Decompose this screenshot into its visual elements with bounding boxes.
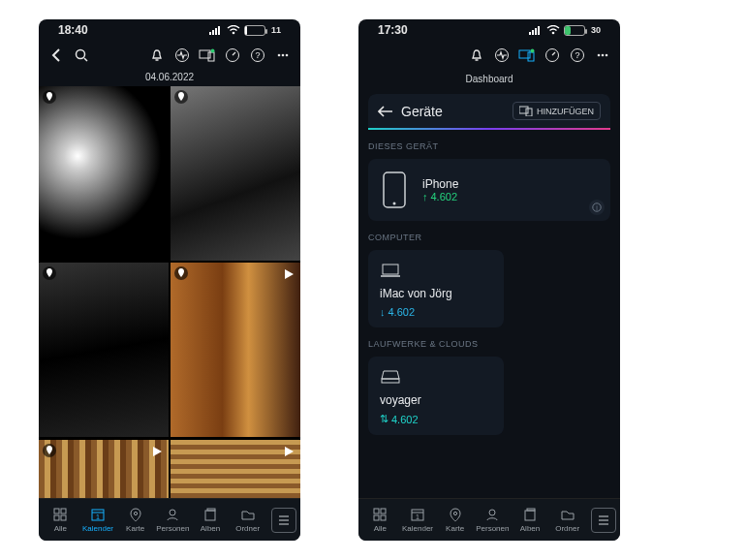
device-card-imac[interactable]: iMac von Jörg ↓4.602: [368, 250, 504, 327]
svg-point-17: [282, 54, 285, 57]
svg-rect-20: [61, 509, 66, 513]
help-icon[interactable]: ?: [248, 46, 267, 65]
svg-rect-51: [526, 109, 532, 116]
activity-icon[interactable]: [492, 46, 512, 65]
photo-thumb[interactable]: [39, 440, 169, 498]
tab-kalender[interactable]: 1Kalender: [400, 507, 436, 533]
svg-rect-29: [207, 509, 215, 511]
svg-line-6: [84, 58, 87, 61]
list-toggle-button[interactable]: [271, 508, 296, 533]
tab-label: Kalender: [82, 524, 113, 533]
tab-label: Karte: [126, 524, 144, 533]
tab-karte[interactable]: Karte: [117, 507, 153, 533]
phone-left: 18:40 11 ? 04.06.2022 Alle1KalenderKarte…: [39, 19, 300, 541]
svg-rect-19: [54, 509, 59, 513]
photo-thumb[interactable]: [171, 86, 300, 261]
svg-rect-58: [382, 379, 399, 383]
svg-rect-3: [218, 26, 220, 35]
alben-icon: [202, 507, 218, 522]
tab-alle[interactable]: Alle: [43, 507, 78, 533]
tab-alle[interactable]: Alle: [362, 507, 398, 533]
bell-icon[interactable]: [147, 46, 167, 65]
battery-pct: 30: [591, 25, 601, 35]
tab-personen[interactable]: Personen: [155, 507, 191, 533]
location-pin-icon: [174, 266, 188, 280]
personen-icon: [165, 507, 180, 522]
tab-label: Alle: [374, 524, 387, 533]
sync-arrow-icon: ⇅: [380, 413, 389, 425]
svg-rect-60: [381, 509, 386, 513]
svg-rect-1: [212, 30, 214, 35]
back-arrow-icon[interactable]: [378, 106, 393, 117]
device-name: voyager: [380, 393, 421, 407]
tab-ordner[interactable]: Ordner: [230, 507, 265, 533]
tab-karte[interactable]: Karte: [437, 507, 473, 533]
more-icon[interactable]: [273, 46, 293, 65]
list-toggle-button[interactable]: [591, 508, 616, 533]
tab-alben[interactable]: Alben: [513, 507, 548, 533]
section-computer-label: COMPUTER: [368, 233, 610, 242]
device-count: ⇅4.602: [380, 413, 419, 425]
photo-thumb[interactable]: [171, 440, 300, 498]
location-pin-icon: [174, 90, 188, 104]
device-card-voyager[interactable]: voyager ⇅4.602: [368, 357, 504, 435]
svg-point-66: [453, 512, 456, 514]
svg-rect-69: [527, 509, 535, 511]
svg-point-27: [170, 510, 175, 515]
device-card-iphone[interactable]: iPhone ↑4.602 i: [368, 159, 610, 221]
svg-line-44: [552, 52, 555, 55]
search-icon[interactable]: [72, 46, 91, 65]
info-icon[interactable]: i: [589, 200, 605, 215]
status-right: 11: [209, 25, 281, 36]
svg-rect-50: [519, 107, 528, 113]
battery-icon: [564, 25, 585, 36]
svg-point-16: [278, 54, 281, 57]
photo-thumb[interactable]: [39, 86, 169, 261]
tab-alben[interactable]: Alben: [193, 507, 229, 533]
svg-rect-56: [383, 264, 398, 274]
back-icon[interactable]: [47, 46, 66, 65]
tab-bar: Alle1KalenderKartePersonenAlbenOrdner: [358, 498, 620, 541]
add-device-button[interactable]: HINZUFÜGEN: [513, 102, 601, 120]
devices-icon[interactable]: [198, 46, 217, 65]
svg-point-53: [393, 202, 396, 205]
content: Geräte HINZUFÜGEN DIESES GERÄT iPhone ↑4…: [358, 88, 620, 498]
wifi-icon: [546, 25, 560, 35]
tab-kalender[interactable]: 1Kalender: [80, 507, 116, 533]
tab-label: Alle: [54, 524, 67, 533]
karte-icon: [448, 507, 463, 522]
svg-rect-68: [525, 511, 535, 520]
kalender-icon: 1: [90, 507, 106, 522]
tab-personen[interactable]: Personen: [475, 507, 511, 533]
gauge-icon[interactable]: [543, 46, 562, 65]
svg-rect-59: [374, 509, 379, 513]
help-icon[interactable]: ?: [568, 46, 587, 65]
tab-label: Ordner: [555, 524, 579, 533]
battery-icon: [244, 25, 265, 36]
personen-icon: [484, 507, 500, 522]
kalender-icon: 1: [410, 507, 425, 522]
gauge-icon[interactable]: [223, 46, 242, 65]
svg-rect-21: [54, 515, 59, 520]
photo-grid[interactable]: [39, 86, 300, 498]
svg-point-5: [77, 50, 85, 59]
drive-icon: [380, 366, 401, 388]
date-header: 04.06.2022: [39, 70, 300, 86]
devices-icon[interactable]: [517, 46, 537, 65]
tab-ordner[interactable]: Ordner: [549, 507, 585, 533]
battery-pct: 11: [271, 25, 281, 35]
more-icon[interactable]: [593, 46, 612, 65]
play-icon: [283, 268, 295, 280]
photo-thumb[interactable]: [171, 263, 300, 437]
section-this-device-label: DIESES GERÄT: [368, 141, 610, 151]
laptop-icon: [380, 260, 401, 281]
svg-rect-0: [209, 32, 211, 35]
alben-icon: [522, 507, 538, 522]
photo-thumb[interactable]: [39, 263, 169, 437]
activity-icon[interactable]: [172, 46, 192, 65]
status-time: 17:30: [378, 23, 408, 37]
svg-line-13: [233, 52, 235, 55]
svg-point-4: [233, 32, 235, 35]
bell-icon[interactable]: [467, 46, 486, 65]
tab-label: Alben: [201, 524, 220, 533]
